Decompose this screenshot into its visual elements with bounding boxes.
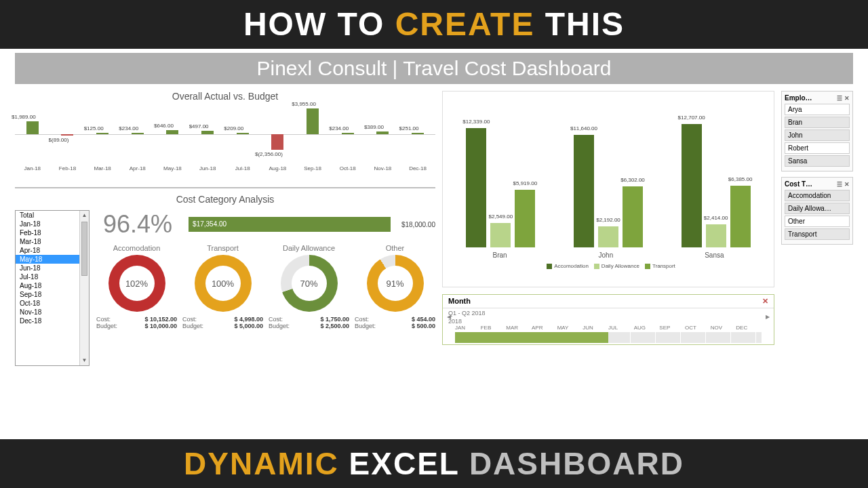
timeline-prev-icon[interactable]: ◀ bbox=[444, 314, 454, 342]
slicer-item[interactable]: Bran bbox=[785, 117, 850, 128]
avb-category: Nov-18 bbox=[368, 165, 397, 171]
period-option[interactable]: Jul-18 bbox=[16, 272, 89, 281]
slicer-item[interactable]: Other bbox=[785, 216, 850, 227]
clear-filter-icon[interactable]: ✕ bbox=[844, 95, 850, 102]
slicer-item[interactable]: Daily Allowa… bbox=[785, 203, 850, 214]
timeline-track[interactable] bbox=[455, 332, 762, 343]
slicer-item[interactable]: Sansa bbox=[785, 155, 850, 167]
grouped-category: Sansa bbox=[705, 251, 724, 259]
donut-card: Accomodation102%Cost:$ 10,152.00Budget:$… bbox=[96, 244, 177, 329]
donut-chart: 91% bbox=[367, 255, 424, 312]
employee-group: $11,640.00$2,192.00$6,302.00 bbox=[574, 135, 643, 247]
employee-cost-chart: $12,339.00$2,549.00$5,919.00$11,640.00$2… bbox=[442, 91, 774, 287]
donut-chart: 70% bbox=[281, 255, 338, 312]
period-option[interactable]: Oct-18 bbox=[16, 299, 89, 308]
timeline-month[interactable]: SEP bbox=[659, 325, 685, 331]
donut-chart: 102% bbox=[108, 255, 165, 312]
headline-bottom: DYNAMIC EXCEL DASHBOARD bbox=[0, 439, 868, 488]
avb-bar: $497.00 bbox=[193, 107, 222, 161]
period-option[interactable]: Apr-18 bbox=[16, 246, 89, 255]
timeline-month[interactable]: JUL bbox=[608, 325, 634, 331]
avb-bar: $(2,356.00) bbox=[262, 107, 292, 161]
scroll-down-icon[interactable]: ▼ bbox=[80, 356, 89, 365]
timeline-month[interactable]: APR bbox=[532, 325, 557, 331]
slicer-item[interactable]: Transport bbox=[785, 228, 850, 240]
costtype-slicer[interactable]: Cost T… ☰ ✕ AccomodationDaily Allowa…Oth… bbox=[781, 177, 853, 245]
period-option[interactable]: Sep-18 bbox=[16, 290, 89, 299]
timeline-month[interactable]: MAR bbox=[506, 325, 532, 331]
period-option[interactable]: Feb-18 bbox=[16, 228, 89, 237]
employee-slicer-title: Emplo… bbox=[785, 94, 812, 102]
timeline-clear-icon[interactable]: ✕ bbox=[762, 297, 768, 306]
scroll-thumb[interactable] bbox=[81, 222, 87, 276]
slicer-item[interactable]: John bbox=[785, 129, 850, 141]
period-option[interactable]: Jun-18 bbox=[16, 264, 89, 272]
period-option[interactable]: Aug-18 bbox=[16, 281, 89, 290]
donut-chart: 100% bbox=[195, 255, 252, 312]
timeline-month[interactable]: OCT bbox=[685, 325, 711, 331]
grouped-category: Bran bbox=[492, 251, 507, 259]
employee-group: $12,707.00$2,414.00$6,385.00 bbox=[682, 124, 751, 247]
timeline-month[interactable]: AUG bbox=[634, 325, 660, 331]
slicer-item[interactable]: Robert bbox=[785, 142, 850, 154]
multiselect-icon[interactable]: ☰ bbox=[837, 181, 842, 188]
avb-title: Overall Actual vs. Budget bbox=[15, 91, 435, 102]
avb-bar: $(89.00) bbox=[52, 107, 82, 161]
timeline-month[interactable]: MAY bbox=[557, 325, 583, 331]
scroll-up-icon[interactable]: ▲ bbox=[80, 211, 89, 220]
timeline-month[interactable]: FEB bbox=[481, 325, 507, 331]
grouped-bar: $5,919.00 bbox=[515, 190, 535, 247]
period-option[interactable]: Nov-18 bbox=[16, 308, 89, 317]
timeline-month[interactable]: JAN bbox=[455, 325, 481, 331]
slicer-item[interactable]: Accomodation bbox=[785, 190, 850, 201]
avb-bar: $234.00 bbox=[123, 107, 153, 161]
slicer-item[interactable]: Arya bbox=[785, 104, 850, 115]
avb-category: Jun-18 bbox=[193, 165, 222, 171]
period-option[interactable]: Total bbox=[16, 211, 89, 220]
avb-category: Feb-18 bbox=[52, 165, 82, 171]
timeline-next-icon[interactable]: ▶ bbox=[763, 314, 772, 342]
avb-bar: $3,955.00 bbox=[298, 107, 328, 161]
donut-title: Daily Allowance bbox=[269, 244, 349, 252]
timeline-title: Month bbox=[448, 297, 471, 306]
avb-bar: $251.00 bbox=[403, 107, 433, 161]
grouped-bar: $11,640.00 bbox=[574, 135, 594, 247]
timeline-month[interactable]: JUN bbox=[583, 325, 608, 331]
period-option[interactable]: Dec-18 bbox=[16, 317, 89, 325]
period-option[interactable]: Jan-18 bbox=[16, 220, 89, 228]
donut-title: Other bbox=[355, 244, 435, 252]
grouped-bar: $2,192.00 bbox=[598, 226, 618, 247]
grouped-legend: AccomodationDaily AllowanceTransport bbox=[447, 263, 770, 269]
grouped-bar: $2,414.00 bbox=[706, 224, 726, 247]
grouped-bar: $6,302.00 bbox=[623, 186, 643, 247]
employee-slicer[interactable]: Emplo… ☰ ✕ AryaBranJohnRobertSansa bbox=[781, 91, 853, 171]
avb-chart: $1,989.00$(89.00)$125.00$234.00$646.00$4… bbox=[15, 107, 435, 182]
avb-category: Oct-18 bbox=[333, 165, 363, 171]
clear-filter-icon[interactable]: ✕ bbox=[844, 181, 850, 188]
avb-bar: $234.00 bbox=[333, 107, 363, 161]
avb-category: Apr-18 bbox=[123, 165, 153, 171]
donut-card: Transport100%Cost:$ 4,998.00Budget:$ 5,0… bbox=[182, 244, 263, 329]
avb-category: Jul-18 bbox=[228, 165, 258, 171]
month-timeline[interactable]: Month ✕ Q1 - Q2 2018 2018 JANFEBMARAPRMA… bbox=[442, 294, 774, 345]
period-listbox[interactable]: TotalJan-18Feb-18Mar-18Apr-18May-18Jun-1… bbox=[15, 210, 90, 366]
grouped-category: John bbox=[599, 251, 614, 259]
avb-category: Dec-18 bbox=[403, 165, 433, 171]
avb-category: Jan-18 bbox=[18, 165, 47, 171]
listbox-scrollbar[interactable]: ▲ ▼ bbox=[79, 211, 89, 365]
timeline-month[interactable]: DEC bbox=[736, 325, 762, 331]
grouped-bar: $6,385.00 bbox=[730, 186, 751, 247]
timeline-month[interactable]: NOV bbox=[711, 325, 736, 331]
multiselect-icon[interactable]: ☰ bbox=[837, 95, 842, 102]
overall-pct: 96.4% bbox=[96, 210, 179, 239]
grouped-bar: $12,707.00 bbox=[682, 124, 702, 247]
grouped-bar: $2,549.00 bbox=[490, 223, 511, 247]
period-option[interactable]: May-18 bbox=[16, 255, 89, 264]
avb-category: Mar-18 bbox=[87, 165, 117, 171]
employee-group: $12,339.00$2,549.00$5,919.00 bbox=[466, 128, 535, 247]
timeline-range: Q1 - Q2 2018 bbox=[443, 308, 774, 318]
donut-card: Daily Allowance70%Cost:$ 1,750.00Budget:… bbox=[269, 244, 349, 329]
period-option[interactable]: Mar-18 bbox=[16, 237, 89, 246]
avb-bar: $125.00 bbox=[87, 107, 117, 161]
dashboard: Pinexl Consult | Travel Cost Dashboard O… bbox=[0, 49, 868, 439]
